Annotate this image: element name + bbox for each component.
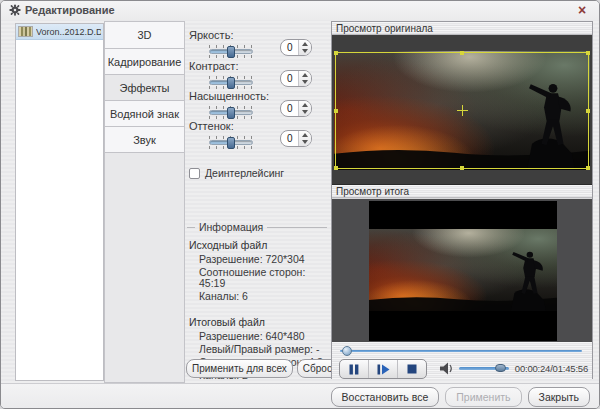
playback-controls: 00:00:24/01:45:56	[332, 358, 592, 380]
tab-3d[interactable]: 3D	[105, 22, 184, 49]
deinterlace-row: Деинтерлейсинг	[189, 167, 284, 179]
source-file-title: Исходный файл	[189, 239, 327, 251]
crop-handle[interactable]	[460, 166, 464, 170]
original-preview-header: Просмотр оригинала	[332, 22, 592, 35]
slider-handle[interactable]	[227, 77, 235, 89]
spinner-up-icon[interactable]	[299, 101, 311, 109]
brightness-group: Яркость: 0	[189, 29, 325, 41]
step-play-button[interactable]	[369, 360, 398, 378]
info-legend: Информация	[187, 221, 327, 233]
gear-icon	[9, 4, 21, 16]
original-video-frame	[334, 51, 590, 170]
deinterlace-label: Деинтерлейсинг	[205, 167, 284, 179]
brightness-spinbox[interactable]: 0	[280, 39, 312, 56]
volume-slider[interactable]	[459, 367, 509, 370]
brightness-value: 0	[281, 40, 298, 55]
edit-dialog: Редактирование × Voron..2012.D.DV... 3D …	[0, 0, 600, 409]
result-preview-header: Просмотр итога	[332, 185, 592, 198]
spinner-up-icon[interactable]	[299, 40, 311, 48]
info-line: Соотношение сторон: 45:19	[199, 267, 327, 288]
pause-button[interactable]	[340, 360, 369, 378]
storm-scene	[369, 229, 557, 311]
file-name: Voron..2012.D.DV...	[36, 27, 101, 37]
crop-handle[interactable]	[334, 166, 338, 170]
crop-handle[interactable]	[460, 51, 464, 55]
tab-effects[interactable]: Эффекты	[105, 74, 184, 101]
seek-bar-row	[332, 342, 592, 358]
saturation-slider[interactable]: 0	[209, 106, 253, 119]
info-line: Разрешение: 640*480	[199, 331, 327, 342]
crop-handle[interactable]	[334, 51, 338, 55]
crop-handle[interactable]	[334, 109, 338, 113]
hue-slider[interactable]: 0	[209, 136, 253, 149]
file-list-item-selected[interactable]: Voron..2012.D.DV...	[16, 24, 103, 40]
hue-spinbox[interactable]: 0	[280, 130, 312, 147]
slider-handle[interactable]	[227, 107, 235, 119]
tab-sound[interactable]: Звук	[105, 126, 184, 153]
spinner-up-icon[interactable]	[299, 71, 311, 79]
volume-handle[interactable]	[495, 364, 506, 372]
spinner-up-icon[interactable]	[299, 131, 311, 139]
crop-handle[interactable]	[586, 51, 590, 55]
dialog-title: Редактирование	[25, 4, 115, 16]
contrast-group: Контраст: 0	[189, 60, 325, 72]
contrast-slider[interactable]: 0	[209, 76, 253, 89]
slider-handle[interactable]	[227, 137, 235, 149]
effects-buttons-row: Применить для всех Сброс настроек	[186, 359, 328, 378]
titlebar[interactable]: Редактирование ×	[1, 1, 599, 20]
info-line: Каналы: 6	[199, 291, 327, 302]
pause-icon	[349, 364, 359, 375]
spinner-down-icon[interactable]	[299, 48, 311, 56]
spinner-down-icon[interactable]	[299, 139, 311, 147]
crop-handle[interactable]	[586, 109, 590, 113]
saturation-value: 0	[281, 101, 298, 116]
result-video-frame	[369, 201, 557, 341]
deinterlace-checkbox[interactable]	[189, 168, 200, 179]
result-preview-area	[332, 198, 592, 342]
spinner-down-icon[interactable]	[299, 79, 311, 87]
speaker-icon	[440, 362, 454, 375]
restore-all-button[interactable]: Восстановить все	[331, 387, 440, 407]
file-thumbnail	[18, 26, 33, 37]
brightness-slider[interactable]: 0	[209, 45, 253, 58]
step-play-icon	[377, 364, 390, 375]
crop-rectangle[interactable]	[335, 52, 589, 169]
stop-icon	[407, 364, 417, 374]
contrast-value: 0	[281, 71, 298, 86]
info-line: Разрешение: 720*304	[199, 254, 327, 265]
hue-group: Оттенок: 0	[189, 120, 325, 132]
saturation-spinbox[interactable]: 0	[280, 100, 312, 117]
close-button[interactable]: Закрыть	[528, 387, 590, 407]
file-list[interactable]: Voron..2012.D.DV...	[15, 23, 104, 381]
contrast-spinbox[interactable]: 0	[280, 70, 312, 87]
info-line: Левый/Правый размер: -	[199, 344, 327, 355]
tab-watermark[interactable]: Водяной знак	[105, 100, 184, 127]
tab-crop[interactable]: Кадрирование	[105, 48, 184, 75]
preview-panel: Просмотр оригинала	[331, 21, 593, 379]
saturation-group: Насыщенность: 0	[189, 90, 325, 102]
output-file-title: Итоговый файл	[189, 316, 327, 328]
crosshair-icon[interactable]	[457, 105, 468, 116]
seek-slider[interactable]	[340, 350, 582, 352]
apply-all-button[interactable]: Применить для всех	[186, 359, 293, 378]
hue-value: 0	[281, 131, 298, 146]
time-display: 00:00:24/01:45:56	[515, 363, 588, 374]
crop-handle[interactable]	[586, 166, 590, 170]
original-preview-area	[332, 35, 592, 185]
spinner-down-icon[interactable]	[299, 109, 311, 117]
effects-panel: Яркость: 0 Контраст: 0	[185, 21, 329, 383]
apply-button[interactable]: Применить	[445, 387, 521, 407]
close-icon[interactable]: ×	[574, 2, 590, 18]
footer-bar: Восстановить все Применить Закрыть	[1, 383, 599, 409]
stop-button[interactable]	[398, 360, 426, 378]
playback-button-group	[339, 359, 427, 379]
seek-handle[interactable]	[342, 346, 352, 356]
slider-handle[interactable]	[227, 46, 235, 58]
tab-column: 3D Кадрирование Эффекты Водяной знак Зву…	[104, 21, 185, 383]
